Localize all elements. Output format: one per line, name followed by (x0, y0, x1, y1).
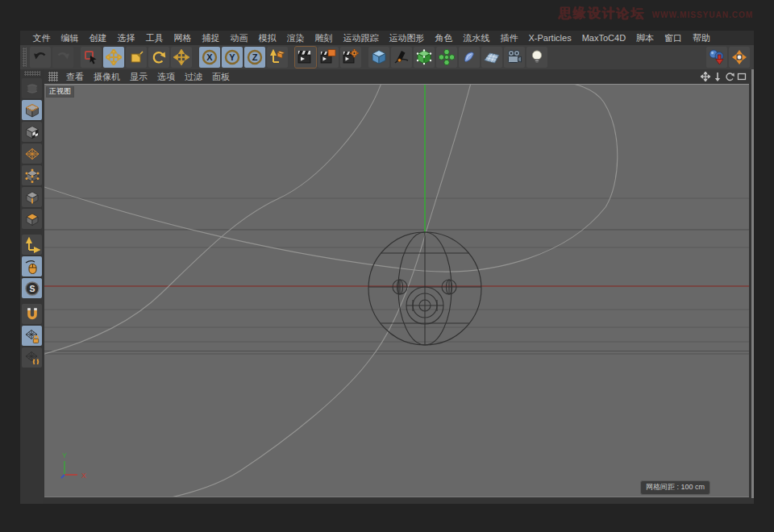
render-view-button[interactable] (295, 47, 316, 68)
toolbar: X Y Z (20, 45, 754, 69)
add-primitive-cube-button[interactable] (368, 47, 389, 68)
vp-menu-options[interactable]: 选项 (152, 71, 180, 83)
vp-menu-panel[interactable]: 面板 (207, 71, 235, 83)
spline-pen-icon (393, 48, 410, 66)
viewport-toggle-button[interactable] (736, 72, 747, 82)
menu-plugins[interactable]: 插件 (495, 32, 523, 44)
axis-y-letter: Y (229, 52, 235, 62)
render-region-button[interactable] (318, 47, 339, 68)
rotate-icon (151, 49, 167, 65)
menu-motion-tracker[interactable]: 运动跟踪 (338, 32, 384, 44)
rotate-view-icon (725, 72, 734, 81)
sidebar-grip[interactable] (24, 71, 40, 76)
mograph-icon (438, 48, 456, 66)
menu-mesh[interactable]: 网格 (169, 32, 197, 44)
axis-x-icon: X (201, 48, 218, 66)
menu-character[interactable]: 角色 (430, 32, 458, 44)
viewport-dolly-button[interactable] (712, 72, 722, 82)
menu-edit[interactable]: 编辑 (56, 32, 84, 44)
viewport-front-view[interactable]: Y X 正视图 网格间距 : 100 cm (44, 84, 749, 497)
environment-floor-icon (483, 48, 501, 66)
toolbar-grip[interactable] (23, 48, 27, 67)
focus-arrows-button[interactable] (729, 47, 750, 68)
viewport-rotate-button[interactable] (724, 72, 734, 82)
texture-mode-button[interactable] (22, 122, 42, 142)
scale-tool-button[interactable] (126, 47, 147, 68)
axis-lock-z-button[interactable]: Z (244, 47, 265, 68)
menu-window[interactable]: 窗口 (660, 32, 688, 44)
axis-indicator: Y X (61, 451, 86, 480)
render-settings-button[interactable] (340, 47, 361, 68)
coordinate-system-icon (268, 48, 286, 66)
workplane-mode-button[interactable] (22, 143, 42, 164)
viewport-menu-grip[interactable] (48, 72, 58, 81)
menu-render[interactable]: 渲染 (281, 32, 310, 44)
add-deformer-button[interactable] (459, 47, 480, 68)
edges-mode-button[interactable] (22, 187, 42, 207)
menu-maxtoc4d[interactable]: MaxToC4D (576, 33, 630, 43)
vp-menu-cameras[interactable]: 摄像机 (89, 71, 125, 83)
watermark-title: 思缘设计论坛 (559, 6, 646, 23)
workplane-lock-button[interactable] (22, 326, 42, 346)
dolly-icon (713, 72, 722, 81)
menubar: 文件 编辑 创建 选择 工具 网格 捕捉 动画 模拟 渲染 雕刻 运动跟踪 运动… (20, 31, 754, 45)
axis-x-letter: X (206, 52, 213, 62)
menu-simulate[interactable]: 模拟 (253, 32, 281, 44)
menu-xparticles[interactable]: X-Particles (523, 33, 576, 43)
make-editable-icon (24, 81, 40, 97)
move-tool-button[interactable] (103, 47, 124, 68)
coordinate-system-button[interactable] (267, 47, 288, 68)
menu-sculpt[interactable]: 雕刻 (310, 32, 338, 44)
add-mograph-button[interactable] (436, 47, 457, 68)
axis-lock-y-button[interactable]: Y (222, 47, 243, 68)
render-view-icon (297, 48, 314, 66)
menu-snap[interactable]: 捕捉 (197, 32, 225, 44)
planar-workplane-button[interactable] (22, 347, 42, 368)
axis-lock-x-button[interactable]: X (199, 47, 220, 68)
make-editable-button[interactable] (22, 78, 42, 98)
undo-button[interactable] (30, 47, 51, 68)
enable-snap-button[interactable] (22, 304, 42, 324)
menu-create[interactable]: 创建 (84, 32, 112, 44)
points-mode-button[interactable] (22, 165, 42, 185)
live-selection-button[interactable] (81, 47, 102, 68)
viewport-canvas: Y X (44, 85, 749, 497)
layout-spheres-button[interactable] (706, 47, 727, 68)
menu-file[interactable]: 文件 (27, 32, 56, 44)
add-light-button[interactable] (526, 47, 547, 68)
vp-menu-view[interactable]: 查看 (61, 71, 89, 83)
toggle-view-icon (737, 72, 747, 81)
viewport-nav (700, 72, 747, 82)
tweak-mouse-icon (24, 259, 40, 275)
enable-axis-button[interactable] (22, 235, 42, 255)
right-scroll-strip[interactable] (751, 69, 754, 498)
spline-curves[interactable] (44, 85, 618, 497)
viewport-pan-button[interactable] (700, 72, 710, 82)
wireframe-sphere[interactable] (368, 232, 481, 345)
polygons-mode-button[interactable] (22, 209, 42, 229)
menu-animate[interactable]: 动画 (225, 32, 253, 44)
redo-button[interactable] (52, 47, 73, 68)
add-camera-button[interactable] (504, 47, 525, 68)
rotate-tool-button[interactable] (148, 47, 169, 68)
axis-indicator-x-label: X (81, 472, 86, 480)
add-environment-button[interactable] (481, 47, 502, 68)
add-generator-button[interactable] (414, 47, 435, 68)
menu-script[interactable]: 脚本 (631, 32, 660, 44)
menu-pipeline[interactable]: 流水线 (458, 32, 495, 44)
menu-tools[interactable]: 工具 (140, 32, 169, 44)
axis-z-icon: Z (246, 48, 264, 66)
menu-help[interactable]: 帮助 (688, 32, 716, 44)
model-mode-button[interactable] (22, 100, 42, 120)
tweak-mode-button[interactable] (22, 256, 42, 276)
menu-select[interactable]: 选择 (112, 32, 140, 44)
viewport-solo-icon: S (24, 281, 40, 297)
last-used-tool-button[interactable] (171, 47, 192, 68)
add-spline-pen-button[interactable] (391, 47, 412, 68)
viewport-solo-button[interactable]: S (22, 278, 42, 298)
menu-mograph[interactable]: 运动图形 (384, 32, 430, 44)
desktop: { "watermark": { "title": "思缘设计论坛", "url… (0, 0, 774, 532)
vp-menu-filter[interactable]: 过滤 (180, 71, 207, 83)
workplane-lock-icon (24, 328, 40, 344)
vp-menu-display[interactable]: 显示 (125, 71, 152, 83)
